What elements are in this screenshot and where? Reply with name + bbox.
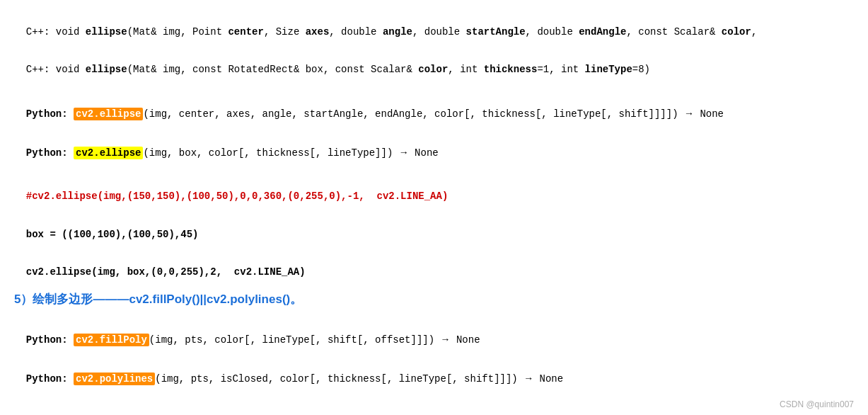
python-params-3: (img, center, axes, angle, startAngle, e…: [143, 108, 724, 120]
func-highlight-fillpoly: cv2.fillPoly: [74, 334, 149, 346]
func-name-2: ellipse: [86, 64, 127, 75]
func-name-1: ellipse: [86, 26, 127, 38]
func-highlight-4: cv2.ellipse: [74, 147, 143, 159]
python-line-3: Python: cv2.ellipse(img, center, axes, a…: [14, 89, 854, 123]
python-params-fillpoly: (img, pts, color[, lineType[, shift[, of…: [149, 334, 480, 346]
section-heading-text: 5）绘制多边形———cv2.fillPoly()||cv2.polylines(…: [14, 292, 302, 306]
ellipse-call-text: cv2.ellipse(img, box,(0,0,255),2, cv2.LI…: [26, 266, 306, 278]
python-params-polylines: (img, pts, isClosed, color[, thickness[,…: [155, 373, 563, 385]
cpp-line-1: C++: void ellipse(Mat& img, Point center…: [14, 7, 854, 41]
cpp-prefix-2: C++: void: [26, 64, 86, 75]
box-assignment-text: box = ((100,100),(100,50),45): [26, 229, 199, 240]
python-line-4: Python: cv2.ellipse(img, box, color[, th…: [14, 127, 854, 162]
red-code-text: #cv2.ellipse(img,(150,150),(100,50),0,0,…: [26, 191, 449, 202]
box-assignment-line: box = ((100,100),(100,50),45): [14, 210, 854, 244]
cpp-params-2: (Mat& img, const RotatedRect& box, const…: [127, 64, 650, 75]
csdn-label: CSDN @quintin007: [780, 399, 854, 409]
csdn-label-text: CSDN @quintin007: [780, 399, 854, 409]
python-line-fillpoly: Python: cv2.fillPoly(img, pts, color[, l…: [14, 314, 854, 349]
ellipse-call-line: cv2.ellipse(img, box,(0,0,255),2, cv2.LI…: [14, 248, 854, 282]
python-prefix-fillpoly: Python:: [26, 334, 74, 346]
section-heading-5: 5）绘制多边形———cv2.fillPoly()||cv2.polylines(…: [14, 291, 854, 307]
python-line-polylines: Python: cv2.polylines(img, pts, isClosed…: [14, 353, 854, 388]
python-params-4: (img, box, color[, thickness[, lineType]…: [143, 147, 438, 159]
python-prefix-4: Python:: [26, 147, 74, 159]
cpp-line-2: C++: void ellipse(Mat& img, const Rotate…: [14, 45, 854, 79]
red-code-line: #cv2.ellipse(img,(150,150),(100,50),0,0,…: [14, 171, 854, 205]
python-prefix-3: Python:: [26, 108, 74, 120]
cpp-params-1: (Mat& img, Point center, Size axes, doub…: [127, 26, 758, 38]
python-prefix-polylines: Python:: [26, 373, 74, 385]
cpp-prefix-1: C++: void: [26, 26, 86, 38]
func-highlight-polylines: cv2.polylines: [74, 373, 155, 385]
func-highlight-3: cv2.ellipse: [74, 108, 143, 120]
